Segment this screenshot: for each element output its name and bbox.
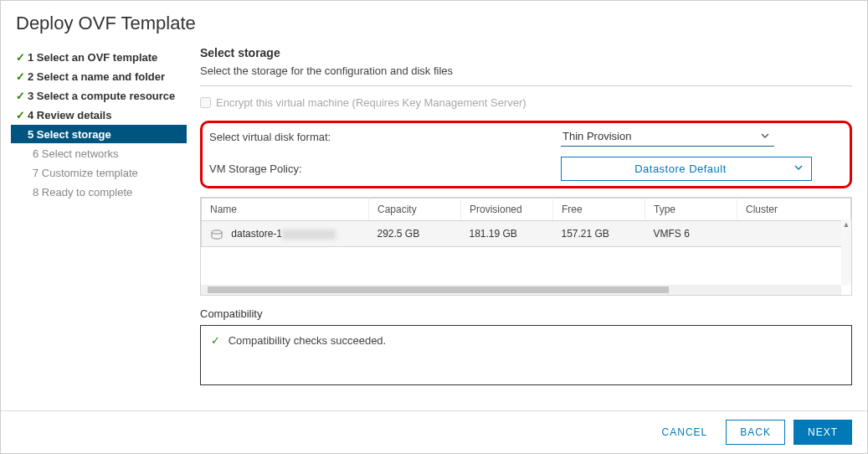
check-icon: ✓ <box>211 334 220 347</box>
sidebar-step-customize-template: 7 Customize template <box>11 163 195 182</box>
check-icon: ✓ <box>16 70 28 83</box>
col-type[interactable]: Type <box>645 199 737 221</box>
sidebar-item-label: 3 Select a compute resource <box>28 90 175 102</box>
col-free[interactable]: Free <box>553 199 645 221</box>
dialog-footer: CANCEL BACK NEXT <box>1 410 867 453</box>
sidebar-step-review-details[interactable]: ✓ 4 Review details <box>11 106 195 124</box>
sidebar-item-label: 2 Select a name and folder <box>28 70 165 83</box>
section-title: Select storage <box>200 46 852 59</box>
disk-format-value: Thin Provision <box>562 130 631 142</box>
next-button[interactable]: NEXT <box>794 420 852 445</box>
scrollbar-thumb[interactable] <box>208 286 669 293</box>
wizard-content: Select storage Select the storage for th… <box>195 43 867 410</box>
sidebar-item-label: 4 Review details <box>28 109 111 121</box>
check-icon: ✓ <box>16 90 28 102</box>
deploy-ovf-dialog: Deploy OVF Template ✓ 1 Select an OVF te… <box>0 0 868 454</box>
disk-format-label: Select virtual disk format: <box>209 131 561 143</box>
sidebar-item-label: 1 Select an OVF template <box>28 51 157 64</box>
col-name[interactable]: Name <box>202 199 369 221</box>
sidebar-step-ready-complete: 8 Ready to complete <box>11 183 195 201</box>
cancel-button[interactable]: CANCEL <box>652 420 718 445</box>
sidebar-item-label: 8 Ready to complete <box>33 186 132 199</box>
sidebar-step-ovf-template[interactable]: ✓ 1 Select an OVF template <box>11 48 195 66</box>
cell-cluster <box>737 221 851 247</box>
encrypt-label: Encrypt this virtual machine (Requires K… <box>216 96 526 109</box>
sidebar-step-select-storage[interactable]: 5 Select storage <box>11 125 187 143</box>
col-capacity[interactable]: Capacity <box>369 199 461 221</box>
compatibility-box: ✓ Compatibility checks succeeded. <box>200 325 852 385</box>
sidebar-step-compute-resource[interactable]: ✓ 3 Select a compute resource <box>11 86 195 105</box>
storage-policy-label: VM Storage Policy: <box>209 163 561 175</box>
svg-point-0 <box>212 230 222 234</box>
col-cluster[interactable]: Cluster <box>737 199 851 221</box>
encrypt-checkbox-row: Encrypt this virtual machine (Requires K… <box>200 96 852 109</box>
encrypt-checkbox <box>200 97 211 108</box>
dialog-title: Deploy OVF Template <box>1 1 867 43</box>
sidebar-item-label: 6 Select networks <box>33 147 119 160</box>
horizontal-scrollbar[interactable] <box>201 285 841 295</box>
table-row[interactable]: datastore-1 292.5 GB 181.19 GB 157.21 GB… <box>202 221 851 247</box>
storage-policy-value: Datastore Default <box>634 163 727 175</box>
sidebar-step-select-networks: 6 Select networks <box>11 144 195 163</box>
redacted-text <box>282 230 336 240</box>
sidebar-step-name-folder[interactable]: ✓ 2 Select a name and folder <box>11 67 195 85</box>
scroll-up-icon[interactable]: ▲ <box>841 219 851 230</box>
table-header-row: Name Capacity Provisioned Free Type Clus… <box>202 199 851 221</box>
sidebar-item-label: 7 Customize template <box>33 167 138 179</box>
datastore-table[interactable]: Name Capacity Provisioned Free Type Clus… <box>201 198 851 247</box>
wizard-sidebar: ✓ 1 Select an OVF template ✓ 2 Select a … <box>1 43 195 410</box>
disk-format-select[interactable]: Thin Provision <box>561 126 774 147</box>
cell-type: VMFS 6 <box>645 221 737 247</box>
check-icon: ✓ <box>16 109 28 121</box>
compatibility-message: Compatibility checks succeeded. <box>229 334 387 347</box>
sidebar-item-label: 5 Select storage <box>28 128 111 141</box>
cell-name: datastore-1 <box>231 228 282 240</box>
chevron-down-icon <box>794 165 803 170</box>
cell-provisioned: 181.19 GB <box>461 221 553 247</box>
divider <box>200 85 852 86</box>
col-provisioned[interactable]: Provisioned <box>461 199 553 221</box>
check-icon: ✓ <box>16 51 28 64</box>
highlight-annotation: Select virtual disk format: Thin Provisi… <box>200 121 852 188</box>
back-button[interactable]: BACK <box>726 420 785 445</box>
cell-capacity: 292.5 GB <box>369 221 461 247</box>
compatibility-label: Compatibility <box>200 307 852 320</box>
section-subtitle: Select the storage for the configuration… <box>200 64 852 77</box>
datastore-table-container: Name Capacity Provisioned Free Type Clus… <box>200 197 852 296</box>
storage-policy-select[interactable]: Datastore Default <box>561 157 812 181</box>
datastore-icon <box>210 230 223 240</box>
cell-free: 157.21 GB <box>553 221 645 247</box>
vertical-scrollbar[interactable]: ▲ <box>841 219 851 285</box>
